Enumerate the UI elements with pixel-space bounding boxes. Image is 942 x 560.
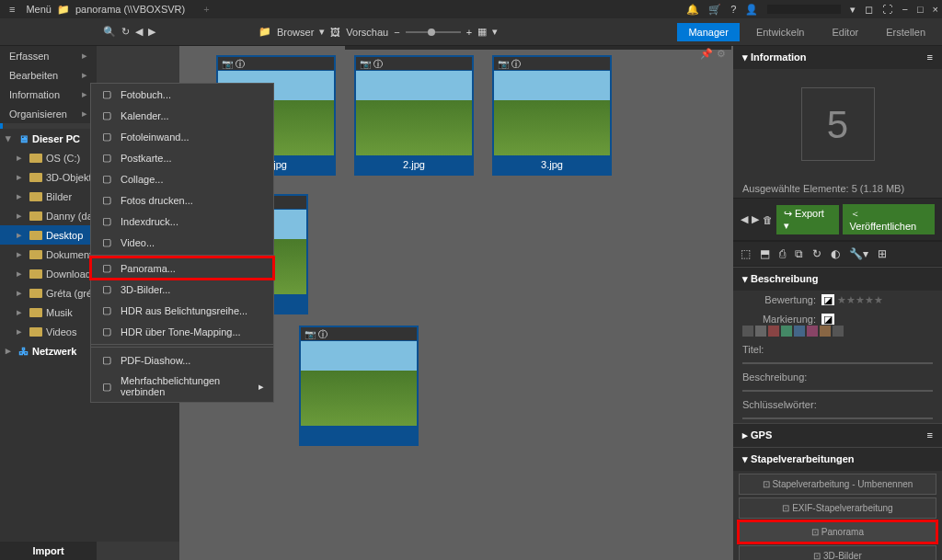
tool-icon[interactable]: 🔧▾	[849, 247, 868, 260]
rating-label: Bewertung:	[742, 294, 816, 305]
fullscreen-icon[interactable]: ⛶	[882, 4, 892, 15]
back-icon[interactable]: ◀	[135, 26, 143, 38]
info-header[interactable]: ▾ Information≡	[733, 46, 942, 69]
rating-value[interactable]: ◪	[821, 294, 834, 305]
thumbnail[interactable]: 📷 ⓘ 3.jpg	[492, 55, 612, 176]
tab-editor[interactable]: Editor	[821, 23, 869, 41]
menu-icon[interactable]: ≡	[927, 429, 933, 441]
cart-icon[interactable]: 🛒	[708, 4, 721, 16]
gps-header-label: GPS	[751, 429, 772, 440]
submenu-item[interactable]: ▢Panorama...	[91, 257, 273, 279]
menu-label[interactable]: Menü	[20, 2, 57, 17]
sidebar-menu-item[interactable]: Erfassen▸	[0, 46, 97, 65]
tool-icon[interactable]: ⬚	[741, 247, 751, 260]
submenu-item[interactable]: ▢Mehrfachbelichtungen verbinden▸	[91, 371, 273, 402]
batch-item[interactable]: ⊡ EXIF-Stapelverarbeitung	[739, 497, 936, 519]
batch-section-header[interactable]: ▾ Stapelverarbeitungen	[733, 447, 942, 471]
thumbnail[interactable]: 📷 ⓘ	[299, 326, 419, 446]
submenu-item[interactable]: ▢HDR aus Belichtungsreihe...	[91, 300, 273, 321]
batch-item[interactable]: ⊡ Stapelverarbeitung - Umbenennen	[739, 474, 936, 495]
maximize-icon[interactable]: □	[917, 4, 924, 15]
folder-icon: 📁	[57, 4, 70, 16]
info-panel: ▾ Information≡ 5 Ausgewählte Elemente: 5…	[733, 46, 942, 560]
selection-count: 5	[801, 87, 875, 161]
thumbnail-label: 3.jpg	[494, 155, 610, 174]
forward-icon[interactable]: ▶	[148, 26, 155, 38]
sidebar-menu-item[interactable]: Information▸	[0, 85, 97, 104]
keywords-input[interactable]	[742, 417, 933, 419]
nav-back-icon[interactable]: ◀	[741, 213, 748, 225]
submenu-item[interactable]: ▢Video...	[91, 232, 273, 253]
image-icon[interactable]: 🖼	[330, 27, 340, 38]
hamburger-icon[interactable]: ≡	[4, 2, 20, 17]
submenu-item[interactable]: ▢Indexdruck...	[91, 211, 273, 232]
submenu-item[interactable]: ▢Fotos drucken...	[91, 189, 273, 211]
sidebar-menu-item[interactable]: Organisieren▸	[0, 104, 97, 123]
submenu-item[interactable]: ▢Kalender...	[91, 105, 273, 126]
submenu-item[interactable]: ▢Fotobuch...	[91, 84, 273, 105]
tool-icon[interactable]: ⊞	[878, 247, 887, 260]
marking-value[interactable]: ◪	[821, 314, 834, 325]
grid-icon[interactable]: ▦	[477, 26, 487, 38]
description-input[interactable]	[742, 390, 933, 392]
batch-item[interactable]: ⊡ Panorama	[739, 521, 936, 543]
browser-label[interactable]: Browser	[277, 27, 314, 38]
import-button[interactable]: Import	[0, 542, 97, 560]
camera-icon: 📷	[304, 329, 316, 339]
batch-header-label: Stapelverarbeitungen	[751, 453, 854, 464]
description-section-header[interactable]: ▾ Beschreibung	[733, 267, 942, 291]
tab-create[interactable]: Erstellen	[875, 23, 936, 41]
submenu-item[interactable]: ▢3D-Bilder...	[91, 279, 273, 300]
dropdown-icon[interactable]: ▾	[319, 26, 325, 38]
submenu-item[interactable]: ▢Fotoleinwand...	[91, 126, 273, 147]
refresh-icon[interactable]: ↻	[121, 26, 130, 38]
publish-label: Veröffentlichen	[850, 221, 917, 232]
close-icon[interactable]: ×	[933, 4, 938, 15]
tree-pc-label: Dieser PC	[32, 133, 80, 144]
title-input[interactable]	[742, 362, 933, 364]
thumbnail[interactable]: 📷 ⓘ 2.jpg	[354, 55, 474, 176]
preview-label[interactable]: Vorschau	[346, 27, 388, 38]
action-toolbar: ◀ ▶ 🗑 ↪ Export ▾ ＜ Veröffentlichen	[733, 198, 942, 241]
gps-section-header[interactable]: ▸ GPS≡	[733, 423, 942, 447]
nav-forward-icon[interactable]: ▶	[752, 213, 759, 225]
trash-icon[interactable]: 🗑	[763, 214, 773, 225]
tool-icon[interactable]: ↻	[812, 247, 821, 260]
search-icon[interactable]: 🔍	[103, 26, 116, 38]
tree-network-label: Netzwerk	[32, 346, 76, 357]
tool-icon[interactable]: ⬒	[760, 247, 770, 260]
thumbnail-label: 2.jpg	[356, 155, 472, 174]
submenu-item[interactable]: ▢HDR über Tone-Mapping...	[91, 321, 273, 342]
thumbnail-image	[356, 71, 472, 155]
tool-icon[interactable]: ◐	[831, 247, 840, 260]
thumbnail-image	[494, 71, 610, 155]
export-button[interactable]: ↪ Export ▾	[776, 205, 839, 234]
publish-button[interactable]: ＜ Veröffentlichen	[843, 204, 935, 234]
window-icon[interactable]: ◻	[865, 4, 873, 16]
keywords-label: Schlüsselwörter:	[733, 395, 942, 414]
tool-icon[interactable]: ⧉	[795, 247, 803, 260]
bell-icon[interactable]: 🔔	[686, 4, 699, 16]
dropdown-icon[interactable]: ▾	[850, 4, 856, 16]
minimize-icon[interactable]: −	[902, 4, 907, 15]
dropdown-icon[interactable]: ▾	[492, 26, 498, 38]
thumbnail-label	[301, 426, 417, 444]
submenu-item[interactable]: ▢Collage...	[91, 168, 273, 189]
submenu-item[interactable]: ▢PDF-Diashow...	[91, 349, 273, 371]
tab-develop[interactable]: Entwickeln	[745, 23, 816, 41]
zoom-slider[interactable]	[406, 31, 461, 33]
info-icon: ⓘ	[318, 329, 327, 339]
user-icon[interactable]: 👤	[745, 4, 758, 16]
title-label: Titel:	[733, 340, 942, 359]
folder-nav-icon[interactable]: 📁	[258, 26, 271, 38]
sidebar-menu-item[interactable]: Bearbeiten▸	[0, 65, 97, 85]
tab-manager[interactable]: Manager	[677, 23, 739, 41]
tool-icon[interactable]: ⎙	[779, 247, 786, 260]
zoom-out-icon[interactable]: −	[394, 27, 399, 38]
menu-icon[interactable]: ≡	[927, 51, 933, 63]
new-tab-button[interactable]: +	[203, 4, 209, 15]
submenu-item[interactable]: ▢Postkarte...	[91, 147, 273, 168]
batch-item[interactable]: ⊡ 3D-Bilder	[739, 545, 936, 560]
help-icon[interactable]: ?	[730, 4, 736, 15]
zoom-in-icon[interactable]: +	[466, 27, 472, 38]
